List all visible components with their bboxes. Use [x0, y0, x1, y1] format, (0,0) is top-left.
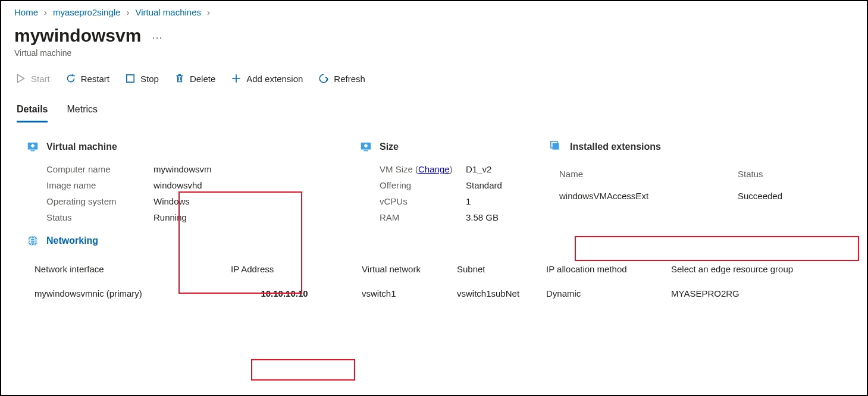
net-header-rg: Select an edge resource group — [671, 264, 826, 274]
net-header-alloc: IP allocation method — [546, 264, 671, 274]
network-row[interactable]: mywindowsvmnic (primary) 10.10.10.10 vsw… — [35, 284, 832, 303]
label-image-name: Image name — [46, 180, 153, 190]
value-os: Windows — [153, 196, 190, 206]
net-header-subnet: Subnet — [457, 264, 546, 274]
net-header-ip: IP Address — [231, 264, 362, 274]
breadcrumb-home[interactable]: Home — [14, 7, 38, 17]
page-subtitle: Virtual machine — [14, 48, 854, 58]
breadcrumb: Home › myasepro2single › Virtual machine… — [14, 7, 854, 17]
value-offering: Standard — [466, 180, 502, 190]
svg-rect-14 — [364, 150, 368, 152]
ext-header-name: Name — [559, 169, 738, 179]
network-icon — [26, 234, 39, 247]
ext-status: Succeeded — [738, 191, 821, 201]
net-alloc: Dynamic — [546, 288, 671, 298]
svg-marker-0 — [17, 74, 24, 83]
label-vm-size: VM Size (Change) — [380, 164, 466, 174]
label-vcpus: vCPUs — [380, 196, 466, 206]
chevron-right-icon: › — [207, 7, 210, 17]
value-ram: 3.58 GB — [466, 212, 499, 222]
svg-rect-16 — [553, 143, 559, 150]
ext-name: windowsVMAccessExt — [559, 191, 738, 201]
chevron-right-icon: › — [126, 7, 129, 17]
value-vm-size: D1_v2 — [466, 164, 491, 174]
networking-table: Network interface IP Address Virtual net… — [35, 264, 832, 303]
trash-icon — [174, 73, 185, 84]
svg-rect-1 — [127, 75, 134, 82]
net-vnet: vswitch1 — [362, 288, 457, 298]
section-extensions: Installed extensions — [550, 140, 854, 153]
net-header-vnet: Virtual network — [362, 264, 457, 274]
add-extension-button[interactable]: Add extension — [230, 71, 304, 86]
play-icon — [15, 73, 26, 84]
net-ip: 10.10.10.10 — [231, 288, 362, 298]
section-virtual-machine: Virtual machine — [26, 140, 359, 153]
vm-icon — [359, 140, 372, 153]
value-image-name: windowsvhd — [153, 180, 202, 190]
change-size-link[interactable]: Change — [418, 164, 450, 174]
delete-button[interactable]: Delete — [173, 71, 217, 86]
value-vcpus: 1 — [466, 196, 471, 206]
breadcrumb-list[interactable]: Virtual machines — [135, 7, 201, 17]
extensions-icon — [550, 140, 563, 153]
label-offering: Offering — [380, 180, 466, 190]
net-iface: mywindowsvmnic (primary) — [35, 288, 231, 298]
ext-header-status: Status — [738, 169, 821, 179]
vm-icon — [26, 140, 39, 153]
tab-bar: Details Metrics — [17, 100, 854, 122]
refresh-icon — [318, 73, 329, 84]
net-header-interface: Network interface — [35, 264, 231, 274]
section-networking[interactable]: Networking — [26, 234, 359, 247]
restart-icon — [65, 73, 76, 84]
label-ram: RAM — [380, 212, 466, 222]
tab-details[interactable]: Details — [17, 100, 48, 122]
extension-row[interactable]: windowsVMAccessExt Succeeded — [554, 184, 858, 208]
command-bar: Start Restart Stop Delete Add extension … — [14, 71, 854, 86]
refresh-button[interactable]: Refresh — [317, 71, 366, 86]
plus-icon — [231, 73, 242, 84]
more-actions-button[interactable]: ··· — [152, 28, 162, 44]
net-subnet: vswitch1subNet — [457, 288, 546, 298]
net-rg: MYASEPRO2RG — [671, 288, 826, 298]
section-size: Size — [359, 140, 550, 153]
value-computer-name: mywindowsvm — [153, 164, 212, 174]
start-button: Start — [14, 71, 51, 86]
page-title: mywindowsvm — [14, 26, 141, 46]
svg-rect-7 — [30, 150, 35, 152]
chevron-right-icon: › — [44, 7, 47, 17]
tab-metrics[interactable]: Metrics — [67, 100, 98, 122]
label-status: Status — [46, 212, 153, 222]
highlight-ip-address — [251, 359, 355, 381]
value-status: Running — [153, 212, 187, 222]
breadcrumb-resource[interactable]: myasepro2single — [53, 7, 120, 17]
extensions-table: Name Status windowsVMAccessExt Succeeded — [554, 164, 858, 208]
label-os: Operating system — [46, 196, 153, 206]
label-computer-name: Computer name — [46, 164, 153, 174]
restart-button[interactable]: Restart — [64, 71, 111, 86]
stop-button[interactable]: Stop — [124, 71, 160, 86]
stop-icon — [125, 73, 136, 84]
